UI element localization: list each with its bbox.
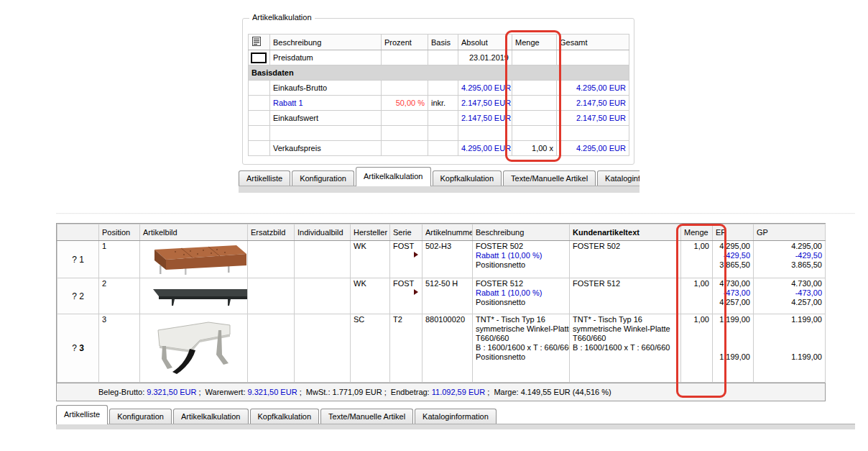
tab-kopfkalkulation[interactable]: Kopfkalkulation <box>250 409 320 424</box>
cell-basis[interactable] <box>428 141 458 156</box>
column-header-gp[interactable]: GP <box>754 224 826 241</box>
cell-kundenartikeltext[interactable]: FOSTER 502 <box>570 241 681 278</box>
cell-gesamt[interactable]: 4.295,00 EUR <box>557 81 629 96</box>
column-header-individualbild[interactable]: Individualbild <box>295 224 351 241</box>
tab-konfiguration[interactable]: Konfiguration <box>109 409 172 424</box>
kalkulation-row[interactable]: Einkaufswert2.147,50 EUR2.147,50 EUR <box>249 111 629 126</box>
cell-menge[interactable]: 1,00 <box>681 314 713 383</box>
cell-gp[interactable]: 1.199,00 1.199,00 <box>754 314 826 383</box>
cell-gesamt[interactable]: 2.147,50 EUR <box>557 96 629 111</box>
tab-texte-manuelle-artikel[interactable]: Texte/Manuelle Artikel <box>503 170 596 186</box>
cell-row-selector[interactable] <box>249 141 270 156</box>
cell-menge[interactable]: 1,00 <box>681 278 713 314</box>
column-header-menge[interactable]: Menge <box>681 224 713 241</box>
kalkulation-row[interactable]: Rabatt 150,00 %inkr.2.147,50 EUR2.147,50… <box>249 96 629 111</box>
cell-basis[interactable] <box>428 50 458 65</box>
column-header-absolut[interactable]: Absolut <box>458 35 512 50</box>
tab-texte-manuelle-artikel[interactable]: Texte/Manuelle Artikel <box>320 409 413 424</box>
tab-kataloginformation[interactable]: Kataloginformation <box>597 170 640 186</box>
kalkulation-row[interactable]: Einkaufs-Brutto4.295,00 EUR4.295,00 EUR <box>249 81 629 96</box>
column-header-menge[interactable]: Menge <box>512 35 557 50</box>
cell-gesamt[interactable]: 2.147,50 EUR <box>557 111 629 126</box>
cell-hersteller[interactable]: WK <box>351 241 390 278</box>
cell-artikelbild[interactable] <box>140 278 248 314</box>
column-header-basis[interactable]: Basis <box>428 35 458 50</box>
tab-artikelliste[interactable]: Artikelliste <box>56 405 108 424</box>
cell-beschreibung[interactable]: Rabatt 1 <box>270 96 382 111</box>
row-selector-box[interactable] <box>251 53 267 63</box>
cell-prozent[interactable]: 50,00 % <box>382 96 428 111</box>
cell-serie[interactable]: FOST <box>390 241 423 278</box>
cell-prozent[interactable] <box>382 141 428 156</box>
column-header-position[interactable]: Position <box>99 224 140 241</box>
cell-position[interactable]: 1 <box>99 241 140 278</box>
cell-prozent[interactable] <box>382 111 428 126</box>
column-header-artikelnummer[interactable]: Artikelnummer <box>423 224 473 241</box>
cell-position[interactable]: 3 <box>99 314 140 383</box>
kalkulation-row[interactable]: Verkaufspreis4.295,00 EUR1,00 x4.295,00 … <box>249 141 629 156</box>
cell-absolut[interactable]: 4.295,00 EUR <box>458 141 512 156</box>
cell-gp[interactable]: 4.295,00-429,503.865,50 <box>754 241 826 278</box>
cell-menge[interactable]: 1,00 x <box>512 141 557 156</box>
cell-basis[interactable]: inkr. <box>428 96 458 111</box>
cell-menge[interactable]: 1,00 <box>681 241 713 278</box>
row-selector[interactable]: ? 1 <box>57 241 99 278</box>
cell-serie[interactable]: T2 <box>390 314 423 383</box>
tab-artikelkalkulation[interactable]: Artikelkalkulation <box>173 409 249 424</box>
tab-artikelliste[interactable]: Artikelliste <box>239 170 290 186</box>
cell-artikelbild[interactable] <box>140 314 248 383</box>
artikel-row[interactable]: ? 22WKFOST512-50 HFOSTER 512Rabatt 1 (10… <box>57 278 826 314</box>
column-header-prozent[interactable]: Prozent <box>382 35 428 50</box>
cell-row-selector[interactable] <box>249 96 270 111</box>
cell-menge[interactable] <box>512 96 557 111</box>
cell-individualbild[interactable] <box>295 241 351 278</box>
cell-prozent[interactable] <box>382 81 428 96</box>
row-selector[interactable]: ? 3 <box>57 314 99 383</box>
column-header-beschreibung[interactable]: Beschreibung <box>473 224 570 241</box>
column-header-gesamt[interactable]: Gesamt <box>557 35 629 50</box>
cell-row-selector[interactable] <box>249 111 270 126</box>
column-header-artikelbild[interactable]: Artikelbild <box>140 224 248 241</box>
cell-menge[interactable] <box>512 81 557 96</box>
column-header-ep[interactable]: EP <box>713 224 754 241</box>
column-header-serie[interactable]: Serie <box>390 224 423 241</box>
cell-beschreibung[interactable]: FOSTER 502Rabatt 1 (10,00 %)Positionsnet… <box>473 241 570 278</box>
cell-absolut[interactable]: 4.295,00 EUR <box>458 81 512 96</box>
cell-absolut[interactable]: 2.147,50 EUR <box>458 96 512 111</box>
column-header-ersatzbild[interactable]: Ersatzbild <box>248 224 295 241</box>
cell-position[interactable]: 2 <box>99 278 140 314</box>
cell-ep[interactable]: 4.295,00-429,503.865,50 <box>713 241 754 278</box>
cell-row-selector[interactable] <box>249 81 270 96</box>
icon-column-header[interactable] <box>249 35 270 50</box>
cell-kundenartikeltext[interactable]: TNT* - Tisch Typ 16symmetrische Winkel-P… <box>570 314 681 383</box>
cell-gesamt[interactable] <box>557 50 629 65</box>
cell-kundenartikeltext[interactable]: FOSTER 512 <box>570 278 681 314</box>
kalkulation-row-empty[interactable] <box>249 126 629 141</box>
tab-kopfkalkulation[interactable]: Kopfkalkulation <box>433 170 502 186</box>
cell-beschreibung[interactable]: Einkaufs-Brutto <box>270 81 382 96</box>
row-selector[interactable]: ? 2 <box>57 278 99 314</box>
cell-basis[interactable] <box>428 81 458 96</box>
cell-beschreibung[interactable]: FOSTER 512Rabatt 1 (10,00 %)Positionsnet… <box>473 278 570 314</box>
cell-hersteller[interactable]: SC <box>351 314 390 383</box>
column-header-selector[interactable] <box>57 224 99 241</box>
tab-kataloginformation[interactable]: Kataloginformation <box>415 409 497 424</box>
cell-gesamt[interactable]: 4.295,00 EUR <box>557 141 629 156</box>
cell-artikelnummer[interactable]: 512-50 H <box>423 278 473 314</box>
column-header-kundenartikeltext[interactable]: Kundenartikeltext <box>570 224 681 241</box>
cell-hersteller[interactable]: WK <box>351 278 390 314</box>
cell-gp[interactable]: 4.730,00-473,004.257,00 <box>754 278 826 314</box>
cell-row-selector[interactable] <box>249 50 270 65</box>
cell-individualbild[interactable] <box>295 278 351 314</box>
cell-beschreibung[interactable]: Einkaufswert <box>270 111 382 126</box>
cell-absolut[interactable]: 2.147,50 EUR <box>458 111 512 126</box>
column-header-hersteller[interactable]: Hersteller <box>351 224 390 241</box>
column-header-beschreibung[interactable]: Beschreibung <box>270 35 382 50</box>
cell-ep[interactable]: 4.730,00-473,004.257,00 <box>713 278 754 314</box>
tab-konfiguration[interactable]: Konfiguration <box>292 170 354 186</box>
cell-beschreibung[interactable]: Verkaufspreis <box>270 141 382 156</box>
cell-ersatzbild[interactable] <box>248 278 295 314</box>
kalkulation-row[interactable]: Preisdatum23.01.2019 <box>249 50 629 65</box>
cell-individualbild[interactable] <box>295 314 351 383</box>
cell-basis[interactable] <box>428 111 458 126</box>
